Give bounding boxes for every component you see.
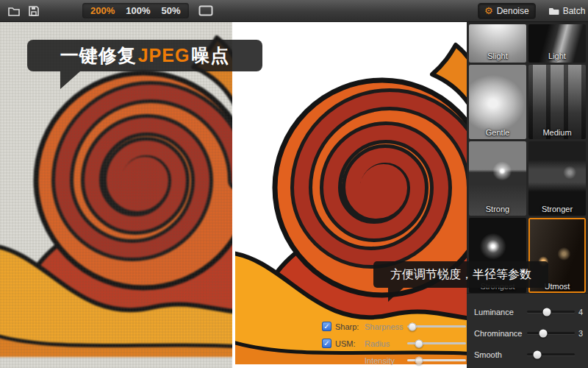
callout-main-pre: 一键修复 (60, 43, 137, 68)
fit-screen-button[interactable] (198, 5, 213, 16)
canvas-after-pane[interactable] (232, 22, 467, 368)
usm-row: ✓ USM: Radius (322, 335, 469, 352)
sharp-checkbox[interactable]: ✓ (322, 322, 331, 331)
fit-screen-icon (198, 5, 213, 16)
radius-slider-knob[interactable] (415, 339, 423, 347)
preset-label: Medium (528, 128, 586, 137)
sidebar: ⚙ Denoise Batch Slight Light Gentle Medi… (467, 0, 588, 368)
sharp-group-label: Sharp: (335, 322, 365, 331)
intensity-slider-knob[interactable] (415, 356, 423, 364)
smooth-slider-knob[interactable] (533, 350, 541, 358)
sharpness-slider[interactable] (407, 325, 466, 328)
preset-label: Slight (469, 52, 526, 60)
preset-gentle[interactable]: Gentle (469, 65, 526, 139)
preset-strong[interactable]: Strong (469, 141, 526, 216)
sharpen-controls: ✓ Sharp: Sharpness ✓ USM: Radius Intensi… (322, 318, 469, 368)
smooth-label: Smooth (474, 350, 527, 359)
preset-label: Strong (469, 205, 526, 213)
folder-icon (548, 7, 559, 15)
chrominance-slider[interactable] (527, 332, 575, 334)
tab-batch[interactable]: Batch (542, 4, 588, 18)
luminance-row: Luminance 4 (467, 301, 588, 322)
usm-checkbox[interactable]: ✓ (322, 339, 331, 348)
preset-slight[interactable]: Slight (469, 24, 526, 63)
sidebar-tab-bar: ⚙ Denoise Batch (467, 0, 588, 22)
callout-main: 一键修复 JPEG 噪点 (27, 40, 262, 71)
preset-label: Gentle (469, 128, 526, 137)
snail-image-clean (235, 22, 467, 364)
usm-group-label: USM: (335, 339, 365, 348)
radius-label: Radius (365, 339, 407, 348)
sharpness-slider-knob[interactable] (409, 322, 417, 330)
denoise-sliders-panel: Luminance 4 Chrominance 3 Smooth (467, 293, 588, 368)
intensity-slider[interactable] (407, 359, 466, 361)
smooth-row: Smooth (467, 344, 588, 365)
toolbar: 200% 100% 50% (0, 0, 467, 22)
callout-params: 方便调节锐度，半径等参数 (373, 261, 548, 288)
chrominance-value: 3 (578, 329, 586, 338)
intensity-label: Intensity (365, 356, 407, 365)
zoom-50-button[interactable]: 50% (162, 5, 181, 16)
preset-label: Stronger (528, 205, 586, 213)
radius-slider[interactable] (407, 342, 466, 344)
preset-medium[interactable]: Medium (528, 65, 586, 139)
app-window: 200% 100% 50% 一键修复 JPEG 噪点 方便调节锐度，半径等参数 (0, 0, 588, 368)
canvas-before-pane[interactable] (0, 22, 233, 368)
zoom-100-button[interactable]: 100% (126, 5, 150, 16)
smooth-slider[interactable] (527, 353, 575, 355)
tab-denoise[interactable]: ⚙ Denoise (478, 3, 536, 19)
callout-main-highlight: JPEG (137, 45, 192, 66)
zoom-control-group: 200% 100% 50% (82, 3, 189, 18)
luminance-value: 4 (578, 308, 586, 316)
callout-params-text: 方便调节锐度，半径等参数 (390, 267, 531, 283)
sharpness-label: Sharpness (365, 322, 407, 331)
chrominance-row: Chrominance 3 (467, 322, 588, 344)
intensity-row: Intensity (322, 352, 469, 368)
save-disk-icon (28, 5, 40, 17)
sharp-row: ✓ Sharp: Sharpness (322, 318, 469, 335)
chrominance-label: Chrominance (474, 329, 527, 338)
preset-grid: Slight Light Gentle Medium Strong Strong… (467, 22, 588, 295)
open-folder-icon (7, 5, 21, 17)
luminance-slider[interactable] (527, 311, 575, 313)
luminance-label: Luminance (474, 308, 527, 316)
gear-icon: ⚙ (484, 6, 493, 15)
luminance-slider-knob[interactable] (543, 308, 551, 316)
preset-light[interactable]: Light (528, 24, 586, 63)
preset-label: Light (528, 52, 586, 60)
chrominance-slider-knob[interactable] (539, 329, 548, 337)
save-file-button[interactable] (28, 5, 40, 17)
tab-denoise-label: Denoise (497, 6, 529, 16)
preset-stronger[interactable]: Stronger (528, 141, 586, 216)
callout-main-post: 噪点 (191, 43, 229, 68)
snail-image-noisy (0, 22, 233, 357)
zoom-200-button[interactable]: 200% (90, 5, 115, 16)
tab-batch-label: Batch (563, 6, 586, 16)
open-file-button[interactable] (7, 5, 21, 17)
